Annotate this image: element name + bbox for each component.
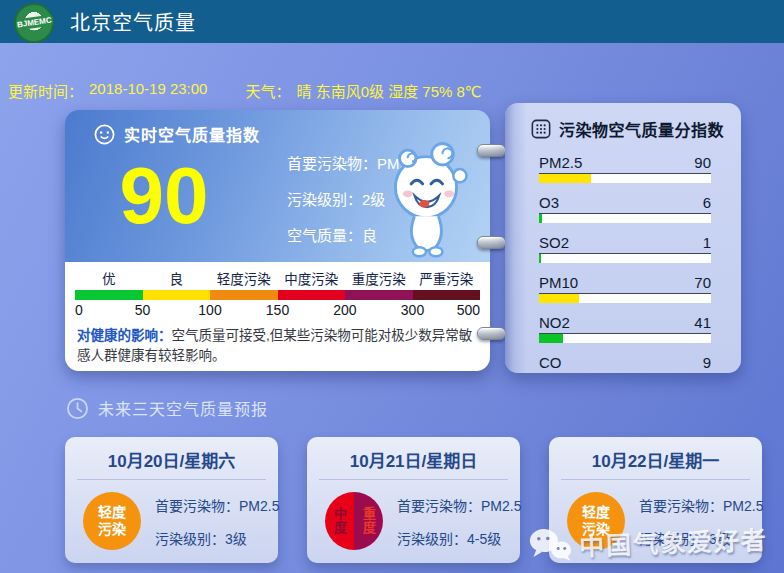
pollutant-value: 1: [703, 234, 711, 251]
pollutant-name: O3: [539, 194, 559, 211]
pollutant-bar: [539, 334, 711, 343]
scale-label: 良: [143, 268, 211, 288]
health-advice-text: 对健康的影响：空气质量可接受,但某些污染物可能对极少数异常敏感人群健康有较轻影响…: [75, 326, 480, 371]
binder-ring-icon: [477, 236, 506, 249]
logo-text: BJMEMC: [15, 15, 53, 31]
pollutant-row-so2: SO21: [539, 234, 711, 263]
forecast-level-label: 污染级别：: [155, 531, 225, 547]
pollutant-bar-fill: [539, 294, 579, 303]
title-bar: BJMEMC 北京空气质量: [0, 0, 784, 43]
binder-ring-icon: [477, 327, 506, 340]
air-quality-value: 良: [362, 227, 377, 244]
pollutant-bar: [539, 214, 711, 223]
primary-pollutant-label: 首要污染物：: [287, 155, 377, 172]
aqi-value: 90: [89, 144, 239, 248]
realtime-aqi-header-area: 实时空气质量指数 90 首要污染物：PM2.5 污染级别：2级 空气质量：良: [65, 110, 490, 262]
realtime-panel-title: 实时空气质量指数: [124, 122, 260, 146]
forecast-primary-value: PM2.5: [481, 498, 521, 514]
forecast-level-label: 污染级别：: [397, 531, 467, 547]
forecast-date: 10月22日/星期一: [549, 447, 762, 472]
aqi-scale-labels: 优 良 轻度污染 中度污染 重度污染 严重污染: [75, 268, 480, 288]
pollutant-name: PM10: [539, 274, 578, 291]
weather-label: 天气：: [245, 80, 290, 101]
pollutant-bar: [539, 254, 711, 263]
health-impact-label: 对健康的影响：: [77, 328, 172, 343]
scale-tick: 500: [457, 302, 480, 318]
pollution-level-label: 污染级别：: [287, 191, 362, 208]
scale-label: 优: [75, 268, 143, 288]
pollutant-value: 90: [694, 154, 711, 171]
pollutant-row-o3: O36: [539, 194, 711, 223]
pollutant-bar-fill: [539, 334, 563, 343]
pollutant-bar-fill: [539, 214, 542, 223]
bjmemc-logo-icon: BJMEMC: [14, 3, 54, 43]
scale-label: 重度污染: [345, 268, 413, 288]
update-time-label: 更新时间：: [8, 80, 83, 101]
badge-left-half: 中度: [325, 492, 354, 550]
forecast-title: 未来三天空气质量预报: [98, 396, 268, 420]
aqi-scale-ticks: 0 50 100 150 200 300 500: [75, 302, 480, 322]
aqi-scale-and-health-area: 优 良 轻度污染 中度污染 重度污染 严重污染 0 50 100 150 2: [65, 262, 490, 371]
pollutant-bar: [539, 294, 711, 303]
watermark-text: 中国气象爱好者: [578, 520, 768, 563]
scale-label: 严重污染: [413, 268, 481, 288]
pollutant-name: SO2: [539, 234, 569, 251]
status-line: 更新时间： 2018-10-19 23:00 天气： 晴 东南风0级 湿度 75…: [8, 80, 482, 101]
pollutant-row-co: CO9: [539, 354, 711, 373]
pollutant-row-no2: NO241: [539, 314, 711, 343]
forecast-level-value: 4-5级: [467, 531, 501, 547]
forecast-primary-value: PM2.5: [723, 498, 763, 514]
forecast-primary-value: PM2.5: [239, 498, 279, 514]
wechat-bubbles-icon: [526, 526, 573, 566]
pollution-level-badge: 轻度 污染: [83, 492, 141, 550]
scale-tick: 300: [401, 302, 424, 318]
pollutant-bar-fill: [539, 254, 541, 263]
pollutant-row-pm10: PM1070: [539, 274, 711, 303]
badge-right-half: 重度: [354, 492, 383, 550]
pollutant-rows: PM2.590 O36 SO21 PM1070 NO241 CO9: [505, 141, 741, 373]
scale-label: 轻度污染: [210, 268, 278, 288]
pollution-level-badge-split: 中度 重度: [325, 492, 383, 550]
scale-segment: [143, 290, 211, 300]
scale-segment: [413, 290, 481, 300]
scale-segment: [345, 290, 413, 300]
forecast-date: 10月21日/星期日: [307, 447, 520, 472]
scale-label: 中度污染: [278, 268, 346, 288]
page-title: 北京空气质量: [70, 7, 196, 36]
pollutant-name: NO2: [539, 314, 570, 331]
forecast-card-day2: 10月21日/星期日 中度 重度 首要污染物：PM2.5 污染级别：4-5级: [307, 437, 520, 563]
pollutant-subindex-panel: 污染物空气质量分指数 PM2.590 O36 SO21 PM1070 NO241: [505, 103, 741, 373]
badge-text: 污染: [98, 521, 126, 538]
pollutant-value: 6: [703, 194, 711, 211]
scale-tick: 50: [135, 302, 151, 318]
pollutant-panel-title: 污染物空气质量分指数: [559, 117, 724, 141]
scale-tick: 0: [75, 302, 83, 318]
aqi-color-scale-bar: [75, 290, 480, 300]
forecast-level-value: 3级: [225, 531, 247, 547]
forecast-card-day1: 10月20日/星期六 轻度 污染 首要污染物：PM2.5 污染级别：3级: [65, 437, 278, 563]
pollutant-row-pm25: PM2.590: [539, 154, 711, 183]
pollutant-bar: [539, 174, 711, 183]
grid-icon: [531, 119, 551, 139]
update-time-value: 2018-10-19 23:00: [89, 80, 207, 101]
forecast-date: 10月20日/星期六: [65, 447, 278, 472]
realtime-aqi-panel: 实时空气质量指数 90 首要污染物：PM2.5 污染级别：2级 空气质量：良: [65, 110, 490, 371]
forecast-primary-label: 首要污染物：: [397, 498, 481, 514]
pollutant-value: 41: [694, 314, 711, 331]
pollutant-value: 70: [694, 274, 711, 291]
badge-text: 轻度: [582, 504, 610, 521]
clock-icon: [66, 397, 89, 420]
forecast-primary-label: 首要污染物：: [639, 498, 723, 514]
scale-tick: 100: [198, 302, 221, 318]
pollutant-name: CO: [539, 354, 562, 371]
pollutant-value: 9: [703, 354, 711, 371]
smiley-face-icon: [93, 123, 116, 146]
badge-text: 轻度: [98, 504, 126, 521]
scale-segment: [210, 290, 278, 300]
scale-segment: [278, 290, 346, 300]
air-quality-label: 空气质量：: [287, 227, 362, 244]
air-quality-dashboard: BJMEMC 北京空气质量 更新时间： 2018-10-19 23:00 天气：…: [0, 0, 784, 573]
cloud-mascot-illustration: [376, 136, 476, 264]
weather-value: 晴 东南风0级 湿度 75% 8℃: [296, 80, 481, 101]
binder-ring-icon: [477, 144, 506, 157]
